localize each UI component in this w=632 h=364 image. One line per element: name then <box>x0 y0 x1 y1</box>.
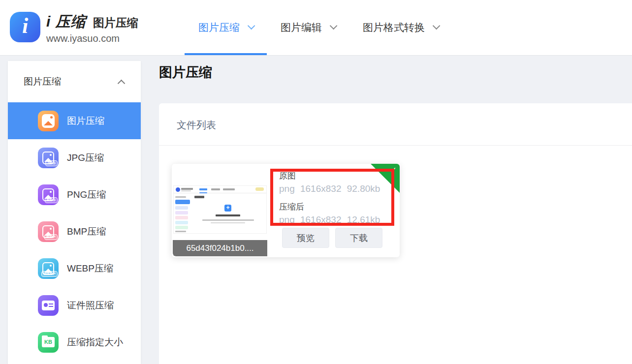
sidebar-item-image-compress[interactable]: 图片压缩 <box>8 102 141 139</box>
thumb-decor <box>175 221 188 224</box>
sidebar-item-webp-compress[interactable]: WEBP WEBP压缩 <box>8 250 141 287</box>
thumb-decor <box>175 216 188 219</box>
thumb-decor <box>175 206 188 210</box>
nav-tab-label: 图片压缩 <box>198 21 240 34</box>
file-name-overlay: 65d43f024b1b0.... <box>173 240 267 256</box>
chevron-down-icon <box>248 22 255 30</box>
sidebar-group-header[interactable]: 图片压缩 <box>8 61 141 102</box>
logo-letter: i <box>22 15 28 37</box>
nav-tab-image-compress[interactable]: 图片压缩 <box>185 0 267 55</box>
sidebar: 图片压缩 图片压缩 JPG JPG压缩 PNG PNG压缩 BMP BMP压缩 … <box>8 61 141 364</box>
chevron-up-icon <box>118 79 126 87</box>
nav-tab-image-edit[interactable]: 图片编辑 <box>267 0 349 55</box>
sidebar-item-target-size-compress[interactable]: KB 压缩指定大小 <box>8 324 141 361</box>
nav-tab-label: 图片格式转换 <box>363 21 425 34</box>
sidebar-item-label: 压缩指定大小 <box>67 336 123 349</box>
sidebar-item-label: JPG压缩 <box>67 152 104 164</box>
thumb-decor <box>175 226 188 229</box>
id-photo-icon <box>38 295 59 316</box>
thumb-upload-plus-icon: + <box>224 205 231 212</box>
thumb-decor <box>181 190 191 191</box>
jpg-compress-icon: JPG <box>38 148 59 168</box>
thumb-decor <box>211 188 220 190</box>
file-info: 原图 png 1616x832 92.80kb 压缩后 png 1616x832… <box>279 170 380 226</box>
chevron-down-icon <box>433 22 441 30</box>
thumb-decor <box>255 187 264 191</box>
main-nav: 图片压缩 图片编辑 图片格式转换 <box>185 0 452 55</box>
sidebar-item-png-compress[interactable]: PNG PNG压缩 <box>8 176 141 213</box>
sidebar-item-label: PNG压缩 <box>67 188 106 201</box>
sidebar-item-label: BMP压缩 <box>67 225 106 238</box>
thumb-decor <box>211 222 245 223</box>
compressed-label: 压缩后 <box>279 201 380 213</box>
sidebar-item-jpg-compress[interactable]: JPG JPG压缩 <box>8 139 141 176</box>
thumb-decor <box>175 196 186 198</box>
file-thumbnail[interactable]: + 65d43f024b1b0.... <box>173 165 267 256</box>
thumb-decor <box>202 219 254 221</box>
thumb-decor <box>223 188 235 190</box>
preview-button[interactable]: 预览 <box>282 228 329 248</box>
thumb-decor <box>199 192 207 193</box>
kb-size-icon: KB <box>38 332 59 353</box>
file-actions: 预览 下载 <box>282 228 382 248</box>
logo-text: i 压缩 图片压缩 www.iyasuo.com <box>46 12 138 44</box>
file-list-panel: 文件列表 <box>159 103 632 364</box>
thumb-decor <box>175 231 186 232</box>
thumb-decor <box>181 188 193 190</box>
brand-logo-icon: i <box>10 12 40 42</box>
webp-compress-icon: WEBP <box>38 258 59 279</box>
original-label: 原图 <box>279 170 380 182</box>
sidebar-group-title: 图片压缩 <box>24 75 61 88</box>
thumb-decor <box>176 187 180 192</box>
thumb-decor <box>194 196 204 198</box>
nav-tab-format-convert[interactable]: 图片格式转换 <box>349 0 452 55</box>
thumb-decor <box>175 211 188 214</box>
sidebar-item-label: WEBP压缩 <box>67 262 113 275</box>
app-window: i i 压缩 图片压缩 www.iyasuo.com 图片压缩 图片编辑 <box>0 0 632 364</box>
thumbnail-screenshot: + <box>173 185 267 234</box>
divider <box>159 145 632 146</box>
logo[interactable]: i i 压缩 图片压缩 www.iyasuo.com <box>10 12 138 44</box>
compressed-info: png 1616x832 12.61kb <box>279 213 380 226</box>
sidebar-item-label: 证件照压缩 <box>67 299 114 312</box>
sidebar-item-label: 图片压缩 <box>67 115 104 127</box>
thumb-decor <box>174 186 266 193</box>
thumb-decor <box>175 200 190 204</box>
sidebar-item-bmp-compress[interactable]: BMP BMP压缩 <box>8 213 141 250</box>
original-info: png 1616x832 92.80kb <box>279 182 380 195</box>
bmp-compress-icon: BMP <box>38 221 59 242</box>
brand-subtitle: 图片压缩 <box>93 15 138 30</box>
file-list-title: 文件列表 <box>177 119 216 132</box>
top-header: i i 压缩 图片压缩 www.iyasuo.com 图片压缩 图片编辑 <box>0 0 632 56</box>
file-card: + 65d43f024b1b0.... 原图 png 1616x832 92.8… <box>172 164 400 257</box>
image-compress-icon <box>38 111 59 131</box>
chevron-down-icon <box>330 22 338 30</box>
thumb-decor <box>199 188 207 190</box>
sidebar-item-idphoto-compress[interactable]: 证件照压缩 <box>8 287 141 324</box>
brand-name: i 压缩 <box>46 12 86 32</box>
thumb-decor <box>216 214 240 216</box>
check-icon: ✓ <box>390 165 397 176</box>
nav-tab-label: 图片编辑 <box>281 21 322 34</box>
active-tab-underline <box>185 53 267 55</box>
png-compress-icon: PNG <box>38 184 59 205</box>
file-name: 65d43f024b1b0.... <box>186 243 253 253</box>
brand-url: www.iyasuo.com <box>46 33 138 44</box>
download-button[interactable]: 下载 <box>335 228 382 248</box>
page-title: 图片压缩 <box>159 63 212 81</box>
